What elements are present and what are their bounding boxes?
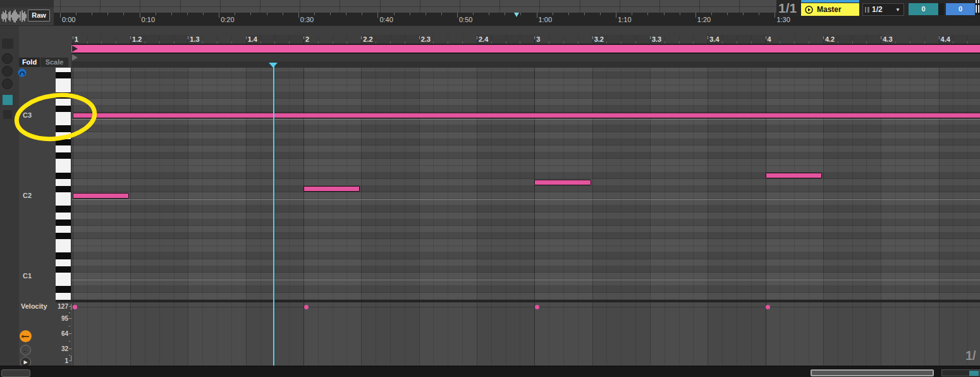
piano-key-black[interactable] xyxy=(56,266,71,273)
scale-button[interactable]: Scale xyxy=(40,58,68,67)
grid-line-min xyxy=(145,68,145,300)
piano-key-black[interactable] xyxy=(56,219,71,226)
piano-key-white[interactable] xyxy=(56,192,71,199)
piano-keyboard[interactable] xyxy=(56,68,71,300)
time-minor-tick xyxy=(711,13,712,15)
loop-start-marker-icon[interactable] xyxy=(72,46,78,52)
midi-note[interactable] xyxy=(534,180,591,185)
piano-key-white[interactable] xyxy=(56,145,71,152)
piano-key-white[interactable] xyxy=(56,179,71,186)
rail-color-swatch[interactable] xyxy=(3,95,13,105)
octave-label: C1 xyxy=(23,272,42,280)
horizontal-scrollbar[interactable] xyxy=(811,369,934,376)
rail-knob[interactable] xyxy=(2,78,13,89)
io-indicator-right[interactable]: 0 xyxy=(946,3,975,15)
piano-key-white[interactable] xyxy=(56,119,71,126)
grid-line-min xyxy=(953,68,953,300)
time-minor-tick xyxy=(267,13,267,15)
piano-key-black[interactable] xyxy=(56,125,71,132)
grid-line-min xyxy=(780,302,780,366)
note-grid[interactable] xyxy=(71,68,980,300)
grid-line-min xyxy=(231,302,232,366)
time-major-tick xyxy=(298,13,299,18)
bottom-right-widget[interactable] xyxy=(941,369,980,376)
piano-key-white[interactable] xyxy=(56,159,71,166)
playhead-triangle-icon[interactable] xyxy=(269,63,278,68)
midi-note[interactable] xyxy=(73,113,980,118)
grid-line-min xyxy=(693,302,694,366)
velocity-marker[interactable] xyxy=(766,305,770,309)
grid-line-min xyxy=(635,68,636,300)
grid-line-min xyxy=(87,68,88,300)
piano-key-black[interactable] xyxy=(56,252,71,259)
io-indicator-left[interactable]: 0 xyxy=(909,3,938,15)
piano-key-white[interactable] xyxy=(56,85,71,92)
grid-line-min xyxy=(780,68,780,300)
beat-ruler[interactable]: 11.21.31.422.22.32.433.23.33.444.24.34.4 xyxy=(71,35,980,44)
piano-key-black[interactable] xyxy=(56,106,71,113)
fold-button[interactable]: Fold xyxy=(19,58,40,67)
piano-key-white[interactable] xyxy=(56,166,71,173)
grid-line-beat xyxy=(592,68,593,300)
grid-line-min xyxy=(274,68,275,300)
midi-note[interactable] xyxy=(303,186,360,192)
piano-key-white[interactable] xyxy=(56,259,71,266)
piano-key-black[interactable] xyxy=(56,139,71,146)
bottom-left-widget[interactable] xyxy=(1,369,30,377)
rail-button[interactable] xyxy=(3,110,12,119)
grid-line-min xyxy=(491,302,492,366)
piano-key-white[interactable] xyxy=(56,78,71,85)
time-minor-tick xyxy=(107,13,108,15)
draw-mode-button[interactable] xyxy=(20,330,32,342)
piano-key-black[interactable] xyxy=(56,173,71,180)
rail-knob[interactable] xyxy=(2,53,13,64)
marker-lane[interactable] xyxy=(71,54,980,61)
time-minor-tick xyxy=(520,13,521,15)
piano-key-white[interactable] xyxy=(56,199,71,206)
start-marker-icon[interactable] xyxy=(72,54,78,61)
time-ruler-label: 0:40 xyxy=(379,16,393,23)
velocity-marker[interactable] xyxy=(304,305,309,309)
piano-key-white[interactable] xyxy=(56,226,71,233)
velocity-scale-label: 1 xyxy=(51,357,68,364)
velocity-lane[interactable] xyxy=(71,302,980,366)
velocity-marker[interactable] xyxy=(73,305,77,309)
rail-button[interactable] xyxy=(2,39,13,49)
piano-key-white[interactable] xyxy=(56,273,71,280)
arrangement-cell-line xyxy=(180,0,181,13)
quantization-select[interactable]: 1/2 ▼ xyxy=(862,3,904,16)
midi-note[interactable] xyxy=(73,193,129,199)
beat-ruler-tick xyxy=(361,36,362,39)
time-ruler-label: 1:00 xyxy=(539,16,552,23)
time-signature-display: 1/1 xyxy=(778,1,797,16)
piano-key-black[interactable] xyxy=(56,233,71,240)
grid-line-min xyxy=(751,302,752,366)
velocity-marker[interactable] xyxy=(535,305,539,309)
piano-key-white[interactable] xyxy=(56,293,71,300)
piano-key-black[interactable] xyxy=(56,72,71,79)
rail-knob[interactable] xyxy=(2,66,13,77)
piano-key-black[interactable] xyxy=(56,152,71,159)
piano-key-white[interactable] xyxy=(56,280,71,287)
grid-line-min xyxy=(318,302,319,366)
piano-key-white[interactable] xyxy=(56,132,71,139)
piano-key-white[interactable] xyxy=(56,99,71,106)
piano-key-white[interactable] xyxy=(56,239,71,246)
raw-button[interactable]: Raw xyxy=(28,9,50,22)
piano-key-white[interactable] xyxy=(56,246,71,253)
arrangement-position-marker-icon[interactable] xyxy=(514,13,519,17)
back-arrow-button[interactable]: ← xyxy=(20,345,31,355)
preview-headphone-icon[interactable] xyxy=(18,68,27,77)
piano-key-white[interactable] xyxy=(56,112,71,119)
piano-key-black[interactable] xyxy=(56,286,71,293)
piano-key-black[interactable] xyxy=(56,206,71,213)
piano-key-white[interactable] xyxy=(56,68,71,72)
midi-note[interactable] xyxy=(766,173,822,178)
loop-bar[interactable] xyxy=(71,44,980,54)
piano-key-black[interactable] xyxy=(56,92,71,99)
master-track-button[interactable]: Master xyxy=(801,3,859,16)
grid-top-strip xyxy=(71,61,980,68)
piano-key-black[interactable] xyxy=(56,186,71,193)
time-minor-tick xyxy=(187,13,188,15)
piano-key-white[interactable] xyxy=(56,213,71,219)
